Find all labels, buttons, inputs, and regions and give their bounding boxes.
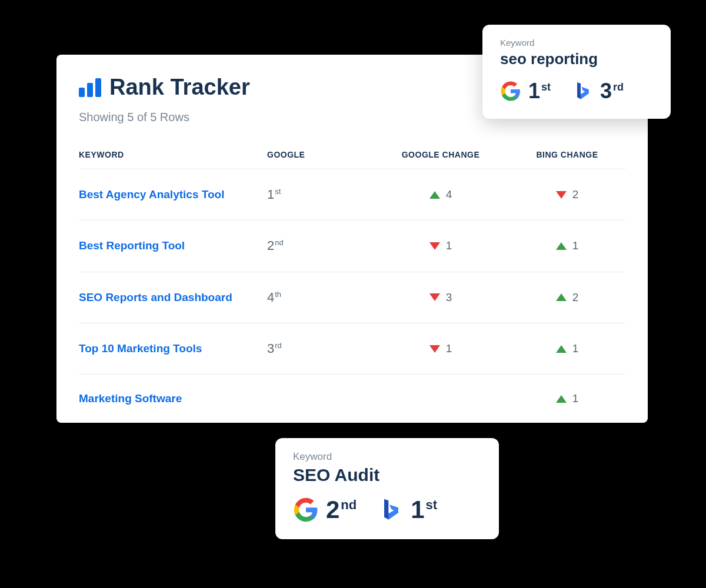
google-rank-cell: 3rd [267,341,373,356]
change-value: 1 [446,239,452,252]
change-value: 1 [572,239,579,252]
triangle-down-icon [556,191,567,199]
change-value: 1 [572,342,579,355]
bing-rank: 3rd [600,79,624,103]
keyword-link[interactable]: Top 10 Marketing Tools [79,342,267,355]
bing-change-cell: 1 [508,239,626,252]
bing-change-cell: 2 [508,291,626,304]
keyword-link[interactable]: Marketing Software [79,392,267,405]
popup-ranks: 1st 3rd [500,79,653,103]
triangle-up-icon [429,191,440,199]
col-keyword: KEYWORD [79,150,267,159]
triangle-up-icon [556,242,567,250]
col-google-change: GOOGLE CHANGE [373,150,508,159]
triangle-up-icon [556,345,567,353]
change-value: 2 [572,188,579,201]
google-change-cell: 4 [373,188,508,201]
keyword-link[interactable]: Best Agency Analytics Tool [79,188,267,201]
google-icon [293,497,319,523]
table-row: Best Reporting Tool2nd11 [79,220,625,271]
popup-keyword: SEO Audit [293,465,481,485]
google-change-cell: 1 [373,239,508,252]
keyword-link[interactable]: SEO Reports and Dashboard [79,291,267,304]
table-row: Best Agency Analytics Tool1st42 [79,169,625,220]
table-row: Top 10 Marketing Tools3rd11 [79,323,625,374]
keyword-link[interactable]: Best Reporting Tool [79,239,267,252]
keyword-popup-top: Keyword seo reporting 1st 3rd [482,25,671,119]
google-rank: 2nd [326,496,357,524]
bing-change-cell: 2 [508,188,626,201]
table-header: KEYWORD GOOGLE GOOGLE CHANGE BING CHANGE [79,141,625,169]
bing-change-cell: 1 [508,392,626,405]
bing-icon [378,497,404,523]
google-rank-cell: 2nd [267,238,373,253]
table-row: SEO Reports and Dashboard4th32 [79,272,625,323]
change-value: 1 [572,392,579,405]
google-rank-group: 1st [500,79,551,103]
google-rank-cell: 4th [267,290,373,305]
page-title: Rank Tracker [109,75,250,100]
triangle-up-icon [556,293,567,301]
keyword-popup-bottom: Keyword SEO Audit 2nd 1st [275,438,499,539]
change-value: 4 [446,188,452,201]
bing-change-cell: 1 [508,342,626,355]
bars-icon [79,78,101,97]
bing-rank-group: 1st [378,496,437,524]
popup-keyword: seo reporting [500,50,653,68]
col-google: GOOGLE [267,150,373,159]
popup-label: Keyword [293,451,481,463]
change-value: 2 [572,291,579,304]
change-value: 3 [446,291,452,304]
col-bing-change: BING CHANGE [508,150,626,159]
triangle-down-icon [429,345,440,353]
google-change-cell: 1 [373,342,508,355]
change-value: 1 [446,342,452,355]
bing-rank: 1st [411,496,437,524]
google-change-cell: 3 [373,291,508,304]
table-body: Best Agency Analytics Tool1st42Best Repo… [79,169,625,423]
bing-icon [572,81,593,102]
triangle-down-icon [429,242,440,250]
table-row: Marketing Software1 [79,374,625,423]
bing-rank-group: 3rd [572,79,624,103]
google-icon [500,81,521,102]
popup-ranks: 2nd 1st [293,496,481,524]
triangle-up-icon [556,395,567,403]
triangle-down-icon [429,293,440,301]
popup-label: Keyword [500,38,653,48]
google-rank-group: 2nd [293,496,357,524]
google-rank: 1st [528,79,551,103]
google-rank-cell: 1st [267,187,373,202]
